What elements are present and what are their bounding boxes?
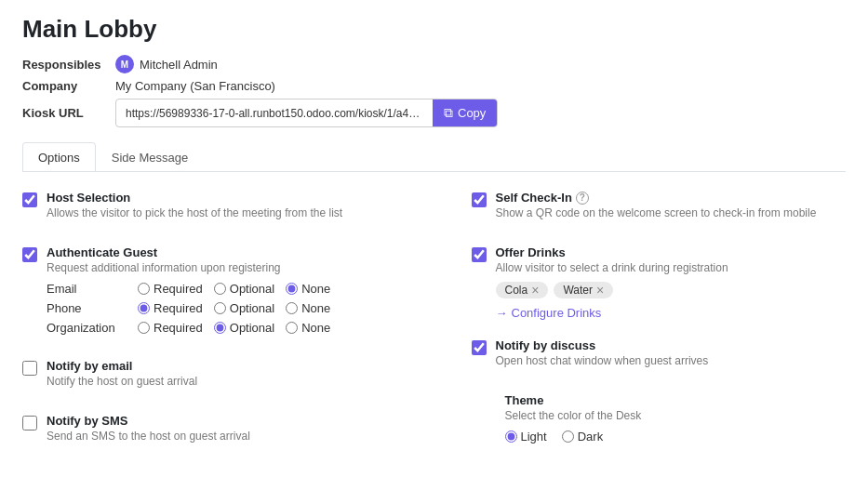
tag-water: Water × — [554, 282, 613, 298]
copy-button[interactable]: ⧉ Copy — [433, 99, 497, 126]
email-optional[interactable]: Optional — [214, 282, 274, 296]
self-checkin-content: Self Check-In ? Show a QR code on the we… — [496, 191, 847, 227]
authenticate-guest-block: Authenticate Guest Request additional in… — [22, 245, 397, 340]
notify-sms-desc: Send an SMS to the host on guest arrival — [47, 430, 397, 443]
options-grid: Host Selection Allows the visitor to pic… — [22, 191, 846, 469]
phone-none[interactable]: None — [286, 301, 330, 315]
org-optional[interactable]: Optional — [214, 321, 274, 335]
drinks-tag-list: Cola × Water × — [496, 282, 847, 298]
tab-side-message[interactable]: Side Message — [96, 142, 204, 172]
configure-drinks-link[interactable]: Configure Drinks — [496, 306, 847, 320]
phone-row: Phone Required Optional None — [47, 301, 397, 315]
notify-discuss-checkbox[interactable] — [472, 340, 487, 355]
offer-drinks-desc: Allow visitor to select a drink during r… — [496, 261, 847, 274]
email-required[interactable]: Required — [138, 282, 203, 296]
offer-drinks-checkbox[interactable] — [472, 247, 487, 262]
notify-discuss-desc: Open host chat window when guest arrives — [496, 354, 847, 367]
avatar: M — [115, 55, 134, 73]
host-selection-title: Host Selection — [47, 191, 397, 205]
org-required[interactable]: Required — [138, 321, 203, 335]
theme-options: Light Dark — [505, 430, 847, 444]
notify-email-content: Notify by email Notify the host on guest… — [47, 359, 397, 395]
notify-discuss-title: Notify by discuss — [496, 338, 847, 352]
responsible-value: M Mitchell Admin — [115, 55, 218, 73]
company-label: Company — [22, 79, 115, 93]
email-row: Email Required Optional None — [47, 282, 397, 296]
notify-sms-block: Notify by SMS Send an SMS to the host on… — [22, 414, 397, 450]
phone-optional[interactable]: Optional — [214, 301, 274, 315]
notify-sms-content: Notify by SMS Send an SMS to the host on… — [47, 414, 397, 450]
tag-cola-close[interactable]: × — [531, 284, 539, 297]
notify-discuss-content: Notify by discuss Open host chat window … — [496, 338, 847, 375]
host-selection-desc: Allows the visitor to pick the host of t… — [47, 206, 397, 219]
authenticate-guest-content: Authenticate Guest Request additional in… — [47, 245, 397, 340]
offer-drinks-block: Offer Drinks Allow visitor to select a d… — [472, 245, 847, 320]
notify-discuss-block: Notify by discuss Open host chat window … — [472, 338, 847, 375]
organization-row: Organization Required Optional None — [47, 321, 397, 335]
tag-cola: Cola × — [496, 282, 549, 298]
page-title: Main Lobby — [22, 15, 846, 44]
self-checkin-checkbox[interactable] — [472, 192, 487, 207]
notify-email-checkbox[interactable] — [22, 361, 37, 376]
theme-block: Theme Select the color of the Desk Light… — [472, 393, 847, 444]
responsible-name: Mitchell Admin — [140, 58, 218, 72]
email-label: Email — [47, 282, 130, 296]
offer-drinks-title: Offer Drinks — [496, 245, 847, 259]
company-value: My Company (San Francisco) — [115, 79, 275, 93]
self-checkin-desc: Show a QR code on the welcome screen to … — [496, 206, 847, 219]
organization-radio-group: Required Optional None — [138, 321, 330, 335]
host-selection-block: Host Selection Allows the visitor to pic… — [22, 191, 397, 227]
phone-label: Phone — [47, 301, 130, 315]
organization-label: Organization — [47, 321, 130, 335]
theme-light[interactable]: Light — [505, 430, 547, 444]
left-column: Host Selection Allows the visitor to pic… — [22, 191, 434, 469]
kiosk-url-container: https://56989336-17-0-all.runbot150.odoo… — [115, 99, 498, 127]
email-radio-group: Required Optional None — [138, 282, 330, 296]
offer-drinks-content: Offer Drinks Allow visitor to select a d… — [496, 245, 847, 320]
self-checkin-help-icon[interactable]: ? — [576, 192, 589, 205]
self-checkin-block: Self Check-In ? Show a QR code on the we… — [472, 191, 847, 227]
right-column: Self Check-In ? Show a QR code on the we… — [434, 191, 847, 469]
host-selection-checkbox[interactable] — [22, 192, 37, 207]
theme-desc: Select the color of the Desk — [505, 409, 847, 422]
notify-sms-title: Notify by SMS — [47, 414, 397, 428]
kiosk-label: Kiosk URL — [22, 106, 115, 120]
notify-email-title: Notify by email — [47, 359, 397, 373]
responsibles-label: Responsibles — [22, 58, 115, 72]
theme-content: Theme Select the color of the Desk Light… — [505, 393, 847, 444]
theme-dark[interactable]: Dark — [562, 430, 603, 444]
kiosk-url-text: https://56989336-17-0-all.runbot150.odoo… — [116, 102, 433, 125]
tag-water-close[interactable]: × — [596, 284, 604, 297]
phone-required[interactable]: Required — [138, 301, 203, 315]
org-none[interactable]: None — [286, 321, 330, 335]
authenticate-guest-suboptions: Email Required Optional None Phone Requi… — [47, 282, 397, 335]
authenticate-guest-desc: Request additional information upon regi… — [47, 261, 397, 274]
self-checkin-title: Self Check-In ? — [496, 191, 847, 205]
notify-sms-checkbox[interactable] — [22, 416, 37, 430]
tab-bar: Options Side Message — [22, 142, 846, 172]
host-selection-content: Host Selection Allows the visitor to pic… — [47, 191, 397, 227]
tab-options[interactable]: Options — [22, 142, 96, 172]
notify-email-block: Notify by email Notify the host on guest… — [22, 359, 397, 395]
phone-radio-group: Required Optional None — [138, 301, 330, 315]
notify-email-desc: Notify the host on guest arrival — [47, 375, 397, 388]
theme-title: Theme — [505, 393, 847, 407]
copy-label: Copy — [458, 106, 486, 120]
authenticate-guest-title: Authenticate Guest — [47, 245, 397, 259]
email-none[interactable]: None — [286, 282, 330, 296]
authenticate-guest-checkbox[interactable] — [22, 247, 37, 262]
copy-icon: ⧉ — [444, 105, 453, 121]
